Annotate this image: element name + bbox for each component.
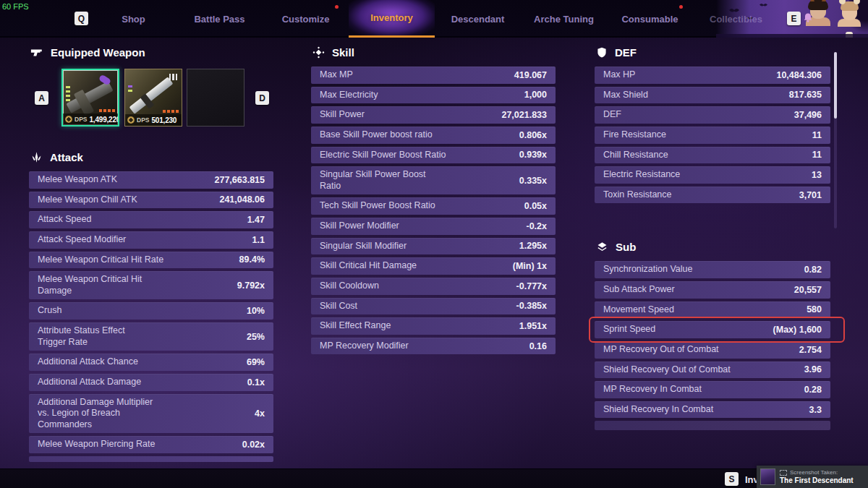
stat-row: Melee Weapon Chill ATK 241,048.06 — [29, 192, 273, 209]
sub-header: Sub — [596, 239, 830, 254]
stat-label: MP Recovery In Combat — [603, 384, 702, 395]
stat-value: 11 — [812, 150, 822, 160]
stat-row: Attack Speed Modifier 1.1 — [29, 231, 273, 249]
stat-value: 10,484.306 — [776, 70, 822, 80]
stat-label: Skill Cost — [320, 301, 357, 312]
stat-value: 1.1 — [252, 235, 265, 245]
scrollbar-thumb[interactable] — [834, 52, 837, 119]
bottom-bar: S Inv — [0, 468, 868, 488]
skill-icon — [312, 46, 325, 59]
stat-value: 11 — [812, 130, 822, 140]
stat-label: Melee Weapon Piercing Rate — [38, 439, 155, 450]
stat-value: 27,021.833 — [501, 110, 547, 120]
stat-row: Max HP 10,484.306 — [595, 67, 830, 84]
stat-row: Max Electricity 1,000 — [311, 87, 556, 104]
stat-row: Base Skill Power boost ratio 0.806x — [311, 127, 556, 144]
sub-section: Sub Synchronization Value 0.82 Sub Attac… — [595, 239, 830, 430]
attack-rows: Melee Weapon ATK 277,663.815 Melee Weapo… — [29, 171, 273, 453]
stat-label: Singular Skill Power Boost Ratio — [320, 169, 435, 192]
nav-tab-label: Descendant — [451, 14, 505, 25]
nav-tab[interactable]: Collectibles — [693, 0, 779, 38]
stat-value: 25% — [247, 332, 265, 342]
stat-value: 0.02x — [242, 440, 265, 450]
shield-icon — [596, 46, 608, 59]
stat-value: 0.82 — [804, 265, 822, 275]
stat-label: Max MP — [320, 69, 353, 81]
stat-row: Additional Attack Damage 0.1x — [29, 374, 273, 391]
stat-label: Chill Resistance — [603, 150, 668, 161]
stat-row: Electric Resistance 13 — [595, 166, 830, 184]
stat-row: Skill Cooldown -0.777x — [311, 278, 556, 295]
nav-tab-label: Inventory — [370, 12, 413, 23]
stat-label: Sub Attack Power — [603, 284, 675, 296]
bell-icon — [804, 13, 812, 22]
stat-row: Attribute Status Effect Trigger Rate 25% — [29, 322, 273, 351]
weapon-art — [129, 77, 174, 114]
stat-value: -0.777x — [516, 281, 547, 291]
stat-row: Skill Effect Range 1.951x — [311, 317, 556, 335]
stat-label: Sprint Speed — [603, 324, 655, 335]
stat-value: 0.1x — [247, 377, 265, 388]
stat-row: Attack Speed 1.47 — [29, 211, 273, 228]
nav-tab-label: Battle Pass — [194, 14, 244, 25]
stat-row: Singular Skill Modifier 1.295x — [311, 238, 556, 255]
weapon-slot-1-selected[interactable]: DPS 1,499,220 — [61, 69, 119, 127]
stat-row: Melee Weapon Piercing Rate 0.02x — [29, 436, 273, 453]
character-portrait-2 — [835, 4, 864, 38]
sub-rows: Synchronization Value 0.82 Sub Attack Po… — [595, 261, 830, 418]
nav-tab[interactable]: Consumable — [607, 0, 693, 38]
stat-value: 13 — [812, 170, 822, 180]
nav-tab[interactable]: Battle Pass — [176, 0, 263, 38]
stat-row: Toxin Resistance 3,701 — [595, 187, 830, 204]
nav-tab-label: Shop — [122, 14, 145, 25]
stat-label: Toxin Resistance — [603, 189, 672, 201]
nav-tab[interactable]: Arche Tuning — [521, 0, 607, 38]
stat-label: Melee Weapon Chill ATK — [38, 194, 137, 206]
key-hint-e: E — [787, 12, 801, 25]
stat-value: 20,557 — [794, 285, 822, 295]
stat-row: Max MP 419.067 — [311, 67, 556, 84]
screenshot-toast[interactable]: Screenshot Taken: The First Descendant — [757, 466, 868, 488]
stat-row: DEF 37,496 — [595, 106, 830, 124]
section-title: DEF — [615, 46, 637, 59]
nav-tab-label: Customize — [282, 14, 330, 25]
def-header: DEF — [596, 45, 830, 59]
stat-label: Additional Attack Damage — [38, 377, 141, 388]
stat-label: Melee Weapon Critical Hit Damage — [38, 274, 153, 296]
stat-row: Shield Recovery In Combat 3.3 — [595, 401, 830, 419]
stat-label: DEF — [603, 109, 621, 121]
toast-title: Screenshot Taken: — [790, 469, 838, 476]
stat-value: 817.635 — [789, 90, 822, 100]
stat-value: (Max) 1,600 — [773, 325, 822, 335]
nav-tab[interactable]: Descendant — [435, 0, 521, 38]
nav-tab[interactable]: Shop — [90, 0, 176, 38]
stat-value: 4x — [255, 408, 265, 419]
stat-label: Movement Speed — [603, 304, 674, 316]
stat-value: 9.792x — [237, 281, 265, 291]
equipped-weapon-header: Equipped Weapon — [30, 45, 273, 59]
stat-label: Max HP — [603, 69, 635, 81]
stat-label: MP Recovery Out of Combat — [603, 344, 719, 356]
stat-value: -0.2x — [527, 221, 548, 231]
stat-label: Skill Power — [320, 109, 365, 121]
stat-row: Sprint Speed (Max) 1,600 — [595, 321, 830, 338]
stat-label: Synchronization Value — [603, 264, 692, 275]
weapon-slot-2[interactable]: DPS 501,230 — [124, 69, 182, 127]
weapon-slot-3-empty[interactable] — [187, 69, 244, 127]
stat-label: Max Electricity — [320, 90, 378, 101]
stat-label: Tech Skill Power Boost Ratio — [320, 200, 435, 212]
stat-value: -0.385x — [516, 301, 547, 311]
scrollbar-track[interactable] — [834, 52, 837, 228]
stat-value: 3.3 — [809, 405, 822, 415]
stat-row: Sub Attack Power 20,557 — [595, 281, 830, 299]
nav-tab[interactable]: Inventory — [349, 0, 435, 38]
clipped-row — [595, 421, 830, 430]
ammo-type-icon — [127, 116, 135, 124]
section-title: Equipped Weapon — [51, 46, 145, 59]
stat-row: Chill Resistance 11 — [595, 147, 830, 164]
stat-value: 89.4% — [239, 254, 265, 265]
stat-value: 10% — [247, 306, 265, 316]
nav-tab[interactable]: Customize — [263, 0, 349, 38]
stat-label: Melee Weapon ATK — [38, 174, 117, 186]
clipped-row — [29, 456, 273, 462]
